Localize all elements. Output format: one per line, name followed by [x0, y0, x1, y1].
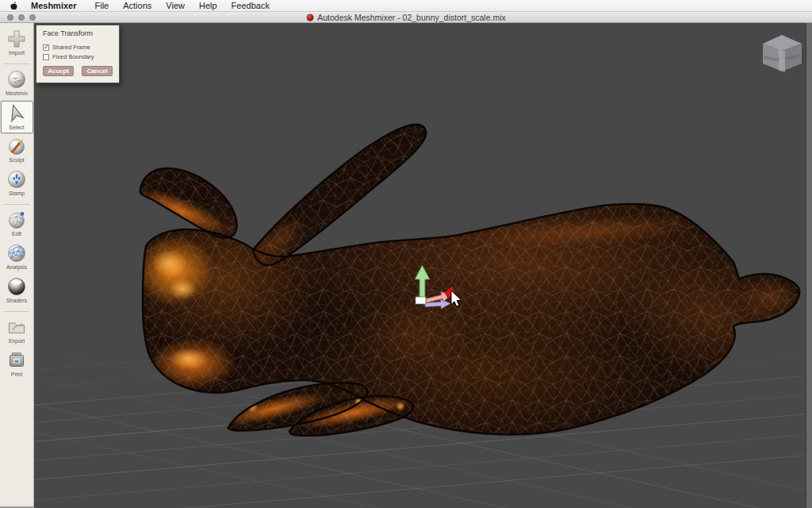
meshmixer-app-window: { "menu_bar": { "app_menu": "Meshmixer",… — [0, 0, 812, 508]
toolbar-label: Stamp — [9, 190, 25, 197]
window-title-bar: Autodesk Meshmixer - 02_bunny_distort_sc… — [0, 12, 812, 23]
toolbar-label: Import — [9, 50, 25, 56]
sculpt-brush-sphere-icon — [6, 136, 27, 156]
toolbar-separator — [4, 64, 29, 64]
toolbar-label: Meshmix — [6, 90, 28, 97]
menu-app-name[interactable]: Meshmixer — [25, 1, 82, 10]
toolbar-item-edit[interactable]: Edit — [1, 208, 33, 241]
menu-item-file[interactable]: File — [87, 1, 116, 10]
fixed-boundary-label: Fixed Boundary — [52, 53, 94, 60]
scene-canvas: FRONT RIGHT — [0, 22, 812, 508]
toolbar-item-select[interactable]: Select — [1, 101, 33, 133]
toolbar-item-print[interactable]: Print — [1, 348, 33, 381]
shared-frame-option[interactable]: Shared Frame — [43, 44, 113, 51]
toolbar-item-stamp[interactable]: Stamp — [1, 167, 33, 200]
apple-logo-icon — [10, 1, 18, 10]
export-folder-icon — [6, 317, 27, 337]
minimize-button[interactable] — [18, 14, 25, 21]
menu-item-help[interactable]: Help — [192, 1, 224, 10]
toolbar-label: Sculpt — [9, 157, 24, 164]
fixed-boundary-option[interactable]: Fixed Boundary — [43, 53, 113, 60]
edit-sphere-icon — [6, 210, 27, 230]
print-3d-printer-icon — [6, 350, 27, 371]
import-plus-icon — [6, 29, 27, 49]
shaders-chrome-sphere-icon — [6, 276, 27, 297]
window-right-edge — [806, 22, 812, 508]
panel-title: Face Transform — [43, 29, 113, 37]
toolbar-item-sculpt[interactable]: Sculpt — [1, 134, 33, 167]
toolbar-item-import[interactable]: Import — [1, 27, 33, 60]
toolbar-separator — [4, 204, 29, 205]
toolbar-item-meshmix[interactable]: Meshmix — [1, 67, 33, 100]
apple-menu[interactable] — [10, 1, 18, 10]
toolbar-item-analysis[interactable]: Analysis — [1, 241, 33, 274]
zoom-button[interactable] — [29, 14, 36, 21]
window-title-text: Autodesk Meshmixer - 02_bunny_distort_sc… — [317, 13, 506, 22]
toolbar-label: Export — [9, 338, 25, 344]
toolbar-item-export[interactable]: Export — [1, 315, 33, 348]
toolbar-separator — [4, 311, 29, 312]
meshmix-sphere-icon — [6, 69, 27, 90]
face-transform-panel: Face Transform Shared Frame Fixed Bounda… — [36, 25, 120, 83]
fixed-boundary-checkbox[interactable] — [43, 54, 49, 60]
gizmo-origin-handle[interactable] — [416, 297, 426, 304]
accept-button[interactable]: Accept — [43, 66, 74, 76]
analysis-wireframe-sphere-icon — [6, 243, 27, 264]
traffic-lights — [7, 14, 36, 21]
toolbar-label: Select — [9, 125, 24, 131]
toolbar-item-shaders[interactable]: Shaders — [1, 275, 33, 307]
menu-item-actions[interactable]: Actions — [116, 1, 159, 10]
main-toolbar: Import Meshmix Select Sculpt Stamp Edit — [0, 22, 34, 508]
select-arrow-icon — [6, 103, 27, 124]
menu-item-feedback[interactable]: Feedback — [224, 1, 277, 10]
cancel-button[interactable]: Cancel — [82, 66, 113, 76]
shared-frame-label: Shared Frame — [52, 44, 90, 51]
shared-frame-checkbox[interactable] — [43, 44, 49, 51]
menu-item-view[interactable]: View — [159, 1, 192, 10]
toolbar-label: Print — [11, 371, 22, 378]
meshmixer-doc-icon — [306, 13, 314, 21]
macos-menu-bar: Meshmixer File Actions View Help Feedbac… — [0, 0, 812, 12]
close-button[interactable] — [7, 14, 13, 21]
toolbar-label: Shaders — [6, 298, 27, 304]
window-title: Autodesk Meshmixer - 02_bunny_distort_sc… — [306, 13, 506, 22]
viewport-3d[interactable]: FRONT RIGHT — [0, 22, 812, 508]
toolbar-label: Analysis — [6, 264, 27, 271]
toolbar-label: Edit — [12, 231, 21, 237]
stamp-sphere-icon — [6, 169, 27, 190]
